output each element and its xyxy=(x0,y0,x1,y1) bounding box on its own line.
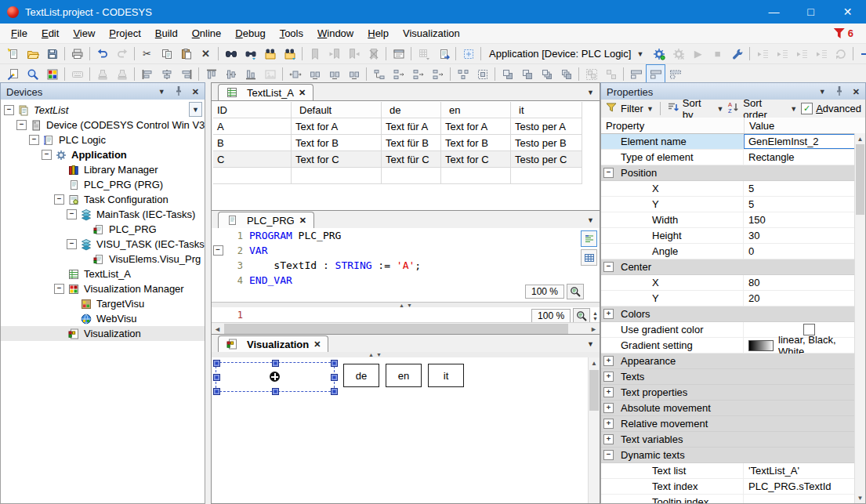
tree-item-visualization[interactable]: Visualization xyxy=(1,326,205,341)
table-cell[interactable]: Text for C xyxy=(292,151,382,168)
selection-handle[interactable] xyxy=(272,360,279,367)
tree-item-task-configuration[interactable]: −Task Configuration xyxy=(1,192,205,207)
menu-view[interactable]: View xyxy=(66,25,102,42)
menu-online[interactable]: Online xyxy=(185,25,229,42)
increase-horizontal-spacing-button[interactable] xyxy=(324,64,344,84)
panel-menu-icon[interactable]: ▼ xyxy=(158,88,165,96)
menu-visualization[interactable]: Visualization xyxy=(396,25,467,42)
background-image-button[interactable] xyxy=(260,64,280,84)
align-left-button[interactable] xyxy=(137,64,157,84)
menu-tools[interactable]: Tools xyxy=(273,25,310,42)
zoom-icon[interactable] xyxy=(567,284,584,299)
cut-button[interactable]: ✂ xyxy=(137,44,157,63)
tab-list-dropdown-icon[interactable]: ▼ xyxy=(587,340,594,348)
property-value[interactable]: 0 xyxy=(744,244,855,259)
expand-icon[interactable]: + xyxy=(601,369,619,384)
declaration-zoom-level[interactable]: 100 % xyxy=(525,285,564,299)
sort-by-button[interactable]: Sort by ▼ xyxy=(667,97,724,121)
table-cell[interactable]: Testo per B xyxy=(511,135,582,151)
horizontal-scrollbar[interactable]: ◄ ► xyxy=(212,322,600,335)
property-group-colors[interactable]: +Colors xyxy=(601,306,865,322)
table-cell[interactable]: Text for A xyxy=(441,118,511,135)
center-elements-button[interactable] xyxy=(473,64,492,84)
copy-button[interactable] xyxy=(157,44,176,63)
table-cell[interactable] xyxy=(213,168,292,184)
property-group-text-variables[interactable]: +Text variables xyxy=(601,432,865,448)
expand-icon[interactable]: + xyxy=(601,416,619,431)
maximize-button[interactable]: □ xyxy=(792,0,829,24)
property-value[interactable]: 30 xyxy=(744,228,855,243)
table-cell[interactable]: C xyxy=(213,151,292,168)
decrease-vertical-spacing-button[interactable] xyxy=(428,64,447,84)
selection-handle[interactable] xyxy=(213,360,220,367)
visu-button-it[interactable]: it xyxy=(428,364,464,387)
keyboard-usage-on-button[interactable] xyxy=(92,64,112,84)
layout-top-button[interactable] xyxy=(626,64,646,84)
selected-rectangle-element[interactable] xyxy=(216,362,335,392)
close-icon[interactable]: ✕ xyxy=(853,87,860,97)
step-into-button[interactable] xyxy=(772,44,792,63)
vertical-scrollbar[interactable]: ▲ ▼ xyxy=(854,133,865,503)
fold-collapse-icon[interactable]: − xyxy=(212,245,224,256)
ungroup-button[interactable] xyxy=(601,64,621,84)
visu-button-en[interactable]: en xyxy=(386,364,422,387)
tree-item-webvisu[interactable]: WebVisu xyxy=(1,311,205,326)
collapse-icon[interactable]: − xyxy=(601,259,619,274)
spinner-arrows[interactable]: ▲▼ xyxy=(592,310,598,321)
tab-list-dropdown-icon[interactable]: ▼ xyxy=(587,216,594,224)
vertical-spacing-equal-button[interactable] xyxy=(389,64,408,84)
tree-item-visuelems-visu-prg[interactable]: VisuElems.Visu_Prg xyxy=(1,252,205,267)
insert-table-button[interactable] xyxy=(414,44,433,63)
table-cell[interactable]: Text for A xyxy=(292,118,382,135)
expand-icon[interactable]: + xyxy=(601,306,619,321)
menu-edit[interactable]: Edit xyxy=(34,25,66,42)
open-project-button[interactable] xyxy=(23,44,42,63)
property-value[interactable]: PLC_PRG.sTextId xyxy=(744,479,855,494)
zoom-icon[interactable] xyxy=(573,308,590,324)
table-cell[interactable]: Text for B xyxy=(292,135,382,151)
tree-item-plc-prg-prg-[interactable]: PLC_PRG (PRG) xyxy=(1,177,205,192)
table-cell[interactable]: Testo per C xyxy=(511,151,582,168)
table-cell[interactable]: A xyxy=(213,118,292,135)
menu-window[interactable]: Window xyxy=(310,25,361,42)
collapse-icon[interactable]: − xyxy=(54,194,64,205)
size-to-grid-button[interactable] xyxy=(453,64,473,84)
step-out-button[interactable] xyxy=(792,44,811,63)
visu-color-table-button[interactable] xyxy=(42,64,62,84)
print-button[interactable] xyxy=(67,44,87,63)
code-line[interactable]: −2VAR xyxy=(212,243,600,258)
pin-icon[interactable] xyxy=(172,85,185,100)
tree-view-selector[interactable]: ▼ xyxy=(189,102,202,117)
property-group-absolute-movement[interactable]: +Absolute movement xyxy=(601,401,865,416)
property-value[interactable]: 20 xyxy=(744,291,855,306)
selection-handle[interactable] xyxy=(331,388,338,395)
collapse-icon[interactable]: − xyxy=(4,105,14,115)
expand-icon[interactable]: + xyxy=(601,385,619,400)
find-button[interactable] xyxy=(221,44,241,63)
vertical-scrollbar[interactable]: ▲ xyxy=(588,357,600,503)
bring-one-forward-button[interactable] xyxy=(537,64,556,84)
tab-textlist-a[interactable]: TextList_A ✕ xyxy=(218,84,313,100)
code-line[interactable]: 3 sTextId : STRING := 'A'; xyxy=(212,258,600,273)
collapse-icon[interactable]: − xyxy=(67,239,77,249)
keyboard-usage-off-button[interactable] xyxy=(112,64,132,84)
new-file-button[interactable] xyxy=(3,44,23,63)
scroll-right-icon[interactable]: ► xyxy=(588,325,600,333)
table-cell[interactable] xyxy=(292,168,382,184)
body-zoom-level[interactable]: 100 % xyxy=(531,309,571,323)
decrease-horizontal-spacing-button[interactable] xyxy=(344,64,364,84)
next-bookmark-button[interactable] xyxy=(344,44,364,63)
value-editbox[interactable]: GenElemInst_2 xyxy=(744,134,855,149)
toggle-bookmark-button[interactable] xyxy=(305,44,324,63)
property-value[interactable] xyxy=(744,495,855,504)
sort-order-button[interactable]: AZ Sort order ▼ xyxy=(727,97,797,121)
table-cell[interactable]: Text for B xyxy=(441,135,511,151)
menu-help[interactable]: Help xyxy=(361,25,396,42)
property-value[interactable]: linear, Black, White xyxy=(744,338,855,353)
selection-handle[interactable] xyxy=(213,388,220,395)
tab-list-dropdown-icon[interactable]: ▼ xyxy=(587,89,594,96)
logout-button[interactable] xyxy=(669,44,688,63)
align-bottom-button[interactable] xyxy=(241,64,260,84)
table-cell[interactable]: Text für A xyxy=(382,118,441,135)
property-value[interactable]: 80 xyxy=(744,275,855,290)
